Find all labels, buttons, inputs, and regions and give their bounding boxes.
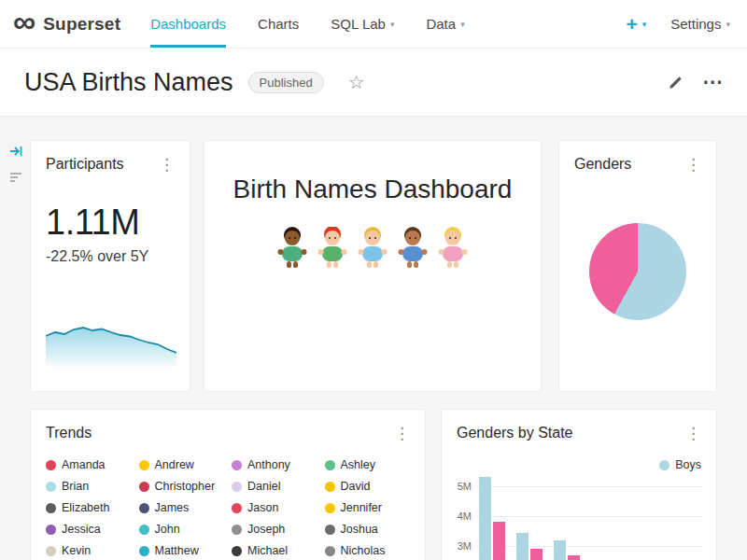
legend-dot-icon (232, 546, 242, 556)
legend-item-ashley[interactable]: Ashley (325, 458, 418, 471)
edit-pencil-icon[interactable] (668, 75, 684, 91)
settings-label: Settings (670, 16, 721, 32)
legend-label: Joseph (247, 523, 285, 536)
big-number-subheader: -22.5% over 5Y (31, 248, 190, 265)
legend-item-jessica[interactable]: Jessica (46, 523, 139, 536)
markdown-heading: Birth Names Dashboard (204, 175, 541, 204)
caret-down-icon: ▾ (642, 20, 647, 29)
dashboard-title: USA Births Names (24, 68, 233, 97)
legend-item-jason[interactable]: Jason (232, 501, 325, 514)
legend-item-jennifer[interactable]: Jennifer (325, 501, 418, 514)
legend-dot-icon (46, 503, 56, 513)
favorite-star-icon[interactable]: ☆ (348, 71, 365, 93)
children-emoji-graphic (275, 227, 471, 272)
bar-girls-ca[interactable] (493, 522, 505, 560)
legend-label: Ashley (341, 458, 376, 471)
legend-item-amanda[interactable]: Amanda (46, 458, 139, 471)
navbar-right: + ▾ Settings ▾ (626, 0, 730, 48)
caret-down-icon: ▾ (726, 20, 730, 29)
legend-label: Jessica (62, 523, 101, 536)
kebab-menu-icon[interactable]: ⋮ (678, 157, 709, 173)
legend-label: Andrew (155, 458, 194, 471)
legend-dot-icon (46, 460, 56, 470)
legend-dot-icon (325, 525, 335, 535)
bar-boys-tx[interactable] (516, 533, 529, 560)
legend-dot-icon (139, 503, 149, 513)
legend-item-anthony[interactable]: Anthony (232, 458, 325, 471)
legend-dot-icon (325, 546, 335, 556)
participants-chart-card: Participants ⋮ 1.11M -22.5% over 5Y (30, 140, 190, 392)
chart-title: Trends (46, 425, 92, 441)
brand-name: Superset (43, 14, 120, 35)
genders-by-state-bar-chart (442, 410, 716, 560)
legend-item-christopher[interactable]: Christopher (139, 480, 233, 493)
filter-list-icon[interactable] (8, 170, 23, 189)
legend-item-matthew[interactable]: Matthew (139, 544, 233, 557)
new-item-button[interactable]: + ▾ (626, 14, 646, 34)
bar-girls-tx[interactable] (530, 549, 543, 560)
trendline-chart (46, 313, 176, 367)
legend-dot-icon (232, 503, 242, 513)
legend-item-brian[interactable]: Brian (46, 480, 139, 493)
legend-label: Jason (247, 501, 278, 514)
dashboard-header: USA Births Names Published ☆ ⋯ (0, 49, 747, 117)
legend-label: Joshua (341, 523, 378, 536)
nav-charts[interactable]: Charts (258, 0, 299, 48)
bar-boys-ca[interactable] (479, 477, 491, 560)
nav-dashboards-label: Dashboards (150, 16, 226, 32)
legend-label: Jennifer (341, 501, 382, 514)
legend-item-kevin[interactable]: Kevin (46, 544, 139, 557)
legend-item-joshua[interactable]: Joshua (325, 523, 418, 536)
nav-sql-lab-label: SQL Lab (331, 16, 386, 32)
legend-item-michael[interactable]: Michael (232, 544, 325, 557)
navbar: ∞ Superset Dashboards Charts SQL Lab ▾ D… (0, 0, 747, 49)
nav-sql-lab[interactable]: SQL Lab ▾ (331, 0, 394, 48)
header-actions: ⋯ (668, 72, 723, 92)
legend-item-david[interactable]: David (325, 480, 418, 493)
legend-dot-icon (46, 482, 56, 492)
expand-filter-bar-icon[interactable] (8, 144, 23, 162)
legend-dot-icon (46, 546, 56, 556)
legend-dot-icon (325, 460, 335, 470)
legend-dot-icon (232, 482, 242, 492)
legend-item-elizabeth[interactable]: Elizabeth (46, 501, 139, 514)
settings-menu[interactable]: Settings ▾ (670, 16, 730, 32)
legend-label: Anthony (247, 458, 290, 471)
legend-label: Kevin (62, 544, 91, 557)
legend-item-james[interactable]: James (139, 501, 233, 514)
legend-item-joseph[interactable]: Joseph (232, 523, 325, 536)
more-menu-icon[interactable]: ⋯ (702, 72, 723, 92)
chart-title: Participants (46, 156, 124, 173)
nav-data[interactable]: Data ▾ (426, 0, 464, 48)
trends-legend: AmandaAndrewAnthonyAshleyBrianChristophe… (46, 458, 417, 560)
chart-header: Participants ⋮ (31, 141, 190, 173)
pencil-glyph (668, 75, 684, 91)
genders-pie-chart[interactable] (589, 223, 686, 320)
caret-down-icon: ▾ (460, 20, 465, 29)
legend-item-daniel[interactable]: Daniel (232, 480, 325, 493)
legend-item-john[interactable]: John (139, 523, 233, 536)
kebab-menu-icon[interactable]: ⋮ (151, 157, 182, 173)
kebab-menu-icon[interactable]: ⋮ (387, 426, 417, 441)
bar-boys-ny[interactable] (554, 540, 566, 560)
bar-girls-ny[interactable] (568, 555, 580, 560)
caret-down-icon: ▾ (390, 20, 395, 29)
big-number-value: 1.11M (31, 203, 190, 243)
legend-label: John (155, 523, 180, 536)
chart-header: Genders ⋮ (559, 141, 716, 173)
legend-dot-icon (325, 482, 335, 492)
legend-dot-icon (325, 503, 335, 513)
legend-item-nicholas[interactable]: Nicholas (325, 544, 418, 557)
legend-label: Christopher (155, 480, 216, 493)
legend-label: Matthew (155, 544, 199, 557)
nav-dashboards[interactable]: Dashboards (150, 0, 226, 48)
plus-icon: + (626, 14, 637, 34)
legend-item-andrew[interactable]: Andrew (139, 458, 233, 471)
published-badge[interactable]: Published (248, 72, 324, 93)
superset-logo[interactable]: ∞ Superset (13, 0, 120, 48)
legend-dot-icon (46, 525, 56, 535)
legend-label: Brian (62, 480, 89, 493)
markdown-header-card: Birth Names Dashboard (204, 140, 542, 392)
legend-dot-icon (139, 546, 149, 556)
legend-label: Amanda (62, 458, 106, 471)
